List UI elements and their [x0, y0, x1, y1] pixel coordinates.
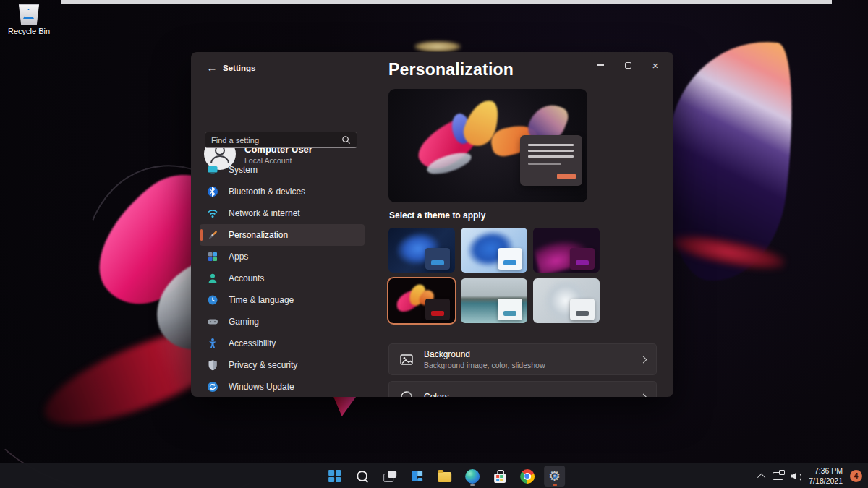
page-title: Personalization: [388, 60, 514, 80]
wallpaper-purple-petal: [652, 31, 804, 288]
theme-thumbnail-glow[interactable]: [533, 228, 600, 273]
chrome-icon: [520, 469, 535, 484]
background-image-icon: [399, 354, 414, 366]
accessibility-icon: [207, 338, 218, 349]
sidebar-item-privacy-security[interactable]: Privacy & security: [200, 354, 365, 376]
theme-grid: [388, 228, 600, 323]
search-icon: [356, 470, 369, 483]
sidebar-item-label: Gaming: [229, 317, 259, 327]
sidebar-item-personalization[interactable]: Personalization: [200, 224, 365, 246]
colors-row-title: Colors: [424, 392, 641, 397]
theme-thumbnail-windows-dark[interactable]: [388, 228, 455, 273]
network-icon: [773, 472, 783, 480]
theme-thumbnail-captured-motion-selected[interactable]: [388, 278, 455, 323]
notification-badge[interactable]: 4: [850, 470, 862, 482]
store-button[interactable]: [489, 466, 510, 487]
edge-button[interactable]: [461, 466, 482, 487]
folder-icon: [438, 472, 451, 482]
gear-icon: ⚙: [547, 468, 563, 484]
preview-window-mock: [520, 135, 582, 186]
task-view-button[interactable]: [379, 466, 400, 487]
recycle-arrows-icon: [23, 9, 34, 19]
sidebar-item-label: Personalization: [229, 230, 288, 240]
volume-button[interactable]: [791, 472, 801, 481]
theme-thumbnail-sunrise[interactable]: [461, 278, 527, 323]
gaming-icon: [207, 316, 218, 328]
sidebar-item-label: Apps: [229, 252, 248, 262]
colors-setting-row[interactable]: Colors: [388, 381, 657, 397]
bluetooth-icon: [207, 186, 218, 197]
sidebar-item-time-language[interactable]: Time & language: [200, 289, 365, 311]
sidebar-item-label: Time & language: [229, 295, 294, 305]
sidebar-item-label: Bluetooth & devices: [229, 187, 305, 197]
search-icon: [341, 135, 351, 145]
close-button[interactable]: ×: [642, 55, 669, 75]
windows-update-icon: [207, 381, 218, 393]
sidebar-item-label: Accounts: [229, 273, 264, 283]
sidebar-item-accessibility[interactable]: Accessibility: [200, 333, 365, 354]
sidebar-item-network-internet[interactable]: Network & internet: [200, 202, 365, 224]
sidebar-item-windows-update[interactable]: Windows Update: [200, 376, 365, 397]
volume-icon: [791, 472, 801, 481]
preview-accent-button: [557, 174, 576, 179]
widgets-icon: [412, 471, 423, 481]
sidebar-item-label: Privacy & security: [229, 360, 297, 370]
tray-date: 7/18/2021: [809, 476, 843, 487]
store-icon: [493, 470, 506, 483]
sidebar-item-label: Windows Update: [229, 382, 294, 392]
window-title: Settings: [223, 64, 255, 72]
sidebar-nav: System Bluetooth & devices Network & int…: [200, 159, 365, 397]
background-row-subtitle: Background image, color, slideshow: [424, 361, 641, 369]
accounts-icon: [207, 273, 218, 284]
maximize-button[interactable]: [614, 55, 642, 75]
taskbar: ⚙ 7:36 PM 7/18/2021 4: [0, 463, 868, 488]
background-row-title: Background: [424, 349, 641, 359]
widgets-button[interactable]: [407, 466, 427, 487]
chevron-up-icon: [757, 473, 765, 481]
sidebar-item-bluetooth-devices[interactable]: Bluetooth & devices: [200, 181, 365, 202]
sidebar-item-label: System: [229, 165, 258, 175]
themes-section-label: Select a theme to apply: [389, 210, 485, 221]
wallpaper-red-rim: [670, 229, 787, 275]
personalization-icon: [207, 229, 218, 241]
tray-time: 7:36 PM: [809, 466, 843, 476]
chrome-button[interactable]: [516, 466, 537, 487]
wallpaper-yellow-glow: [414, 41, 461, 52]
time-language-icon: [207, 294, 218, 306]
sidebar-item-label: Network & internet: [229, 208, 300, 218]
sidebar-item-accounts[interactable]: Accounts: [200, 267, 365, 289]
sidebar-item-apps[interactable]: Apps: [200, 246, 365, 267]
search-input[interactable]: [205, 136, 341, 145]
minimize-button[interactable]: [587, 55, 614, 75]
settings-button[interactable]: ⚙: [544, 466, 565, 487]
back-button[interactable]: ←: [205, 61, 219, 75]
taskbar-search-button[interactable]: [352, 466, 373, 487]
edge-icon: [465, 469, 480, 484]
system-icon: [207, 164, 218, 176]
file-explorer-button[interactable]: [434, 466, 455, 487]
chevron-right-icon: [640, 393, 647, 397]
sidebar-item-gaming[interactable]: Gaming: [200, 311, 365, 333]
running-indicator: [470, 484, 475, 487]
search-box: [205, 132, 357, 148]
colors-icon: [399, 390, 414, 397]
start-button[interactable]: [324, 466, 345, 487]
clock[interactable]: 7:36 PM 7/18/2021: [809, 466, 843, 486]
theme-thumbnail-windows-light[interactable]: [461, 228, 527, 273]
theme-preview: [388, 89, 587, 202]
desktop: Recycle Bin ← Settings × Computer User L…: [0, 0, 868, 488]
recycle-bin-icon: [17, 4, 41, 25]
background-setting-row[interactable]: Background Background image, color, slid…: [388, 343, 657, 375]
recycle-bin-label: Recycle Bin: [4, 27, 54, 35]
task-view-icon: [383, 471, 396, 482]
top-strip: [61, 0, 832, 4]
privacy-icon: [207, 359, 218, 371]
sidebar-item-system[interactable]: System: [200, 159, 365, 181]
sidebar-item-label: Accessibility: [229, 338, 276, 348]
recycle-bin-desktop-icon[interactable]: Recycle Bin: [4, 4, 54, 35]
network-icon: [207, 207, 218, 219]
tray-overflow-button[interactable]: [760, 474, 765, 479]
theme-thumbnail-flow[interactable]: [533, 278, 600, 323]
network-button[interactable]: [773, 472, 783, 480]
system-tray: 7:36 PM 7/18/2021 4: [760, 463, 862, 488]
